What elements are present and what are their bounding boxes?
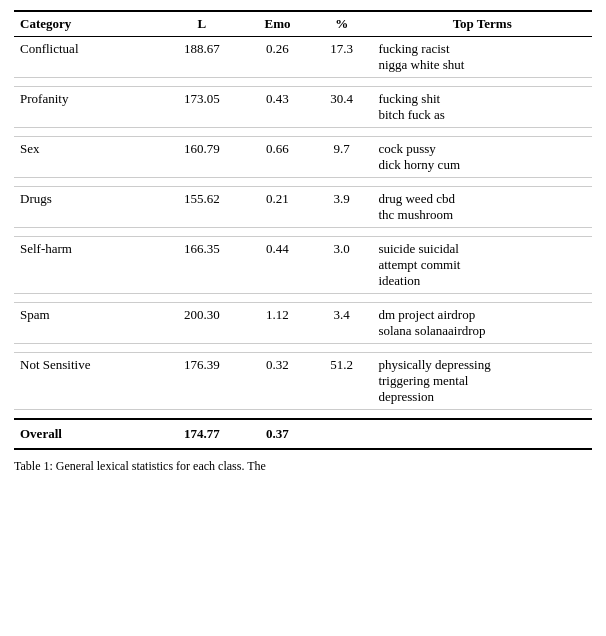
spacer-row (14, 128, 592, 137)
spacer-row (14, 410, 592, 420)
cell-category: Self-harm (14, 237, 160, 294)
header-l: L (160, 11, 244, 37)
cell-emo: 0.32 (244, 353, 311, 410)
spacer-row (14, 78, 592, 87)
header-emo: Emo (244, 11, 311, 37)
cell-category: Drugs (14, 187, 160, 228)
cell-l: 176.39 (160, 353, 244, 410)
cell-category: Conflictual (14, 37, 160, 78)
cell-terms: cock pussy dick horny cum (372, 137, 592, 178)
spacer-row (14, 344, 592, 353)
cell-l: 188.67 (160, 37, 244, 78)
cell-emo: 0.43 (244, 87, 311, 128)
header-percent: % (311, 11, 372, 37)
cell-terms: suicide suicidal attempt commit ideation (372, 237, 592, 294)
cell-emo: 0.21 (244, 187, 311, 228)
table-row: Sex160.790.669.7cock pussy dick horny cu… (14, 137, 592, 178)
cell-l: 200.30 (160, 303, 244, 344)
table-row: Spam200.301.123.4dm project airdrop sola… (14, 303, 592, 344)
table-row: Conflictual188.670.2617.3fucking racist … (14, 37, 592, 78)
cell-emo: 1.12 (244, 303, 311, 344)
cell-percent: 9.7 (311, 137, 372, 178)
cell-terms: fucking shit bitch fuck as (372, 87, 592, 128)
cell-percent: 3.4 (311, 303, 372, 344)
spacer-row (14, 294, 592, 303)
cell-percent: 3.9 (311, 187, 372, 228)
header-category: Category (14, 11, 160, 37)
header-top-terms: Top Terms (372, 11, 592, 37)
cell-emo: 0.26 (244, 37, 311, 78)
table-row: Not Sensitive176.390.3251.2physically de… (14, 353, 592, 410)
overall-cell-percent (311, 419, 372, 449)
cell-emo: 0.66 (244, 137, 311, 178)
cell-l: 166.35 (160, 237, 244, 294)
cell-terms: dm project airdrop solana solanaairdrop (372, 303, 592, 344)
cell-terms: drug weed cbd thc mushroom (372, 187, 592, 228)
spacer-row (14, 178, 592, 187)
cell-emo: 0.44 (244, 237, 311, 294)
cell-terms: physically depressing triggering mental … (372, 353, 592, 410)
overall-row: Overall174.770.37 (14, 419, 592, 449)
cell-terms: fucking racist nigga white shut (372, 37, 592, 78)
overall-cell-terms (372, 419, 592, 449)
cell-category: Sex (14, 137, 160, 178)
table-caption: Table 1: General lexical statistics for … (14, 458, 592, 475)
cell-category: Profanity (14, 87, 160, 128)
cell-percent: 30.4 (311, 87, 372, 128)
cell-percent: 17.3 (311, 37, 372, 78)
overall-cell-category: Overall (14, 419, 160, 449)
table-row: Drugs155.620.213.9drug weed cbd thc mush… (14, 187, 592, 228)
cell-category: Not Sensitive (14, 353, 160, 410)
cell-percent: 51.2 (311, 353, 372, 410)
spacer-row (14, 228, 592, 237)
cell-l: 155.62 (160, 187, 244, 228)
table-row: Self-harm166.350.443.0suicide suicidal a… (14, 237, 592, 294)
overall-cell-emo: 0.37 (244, 419, 311, 449)
cell-l: 173.05 (160, 87, 244, 128)
table-row: Profanity173.050.4330.4fucking shit bitc… (14, 87, 592, 128)
cell-percent: 3.0 (311, 237, 372, 294)
cell-category: Spam (14, 303, 160, 344)
cell-l: 160.79 (160, 137, 244, 178)
overall-cell-l: 174.77 (160, 419, 244, 449)
data-table: Category L Emo % Top Terms Conflictual18… (14, 10, 592, 450)
